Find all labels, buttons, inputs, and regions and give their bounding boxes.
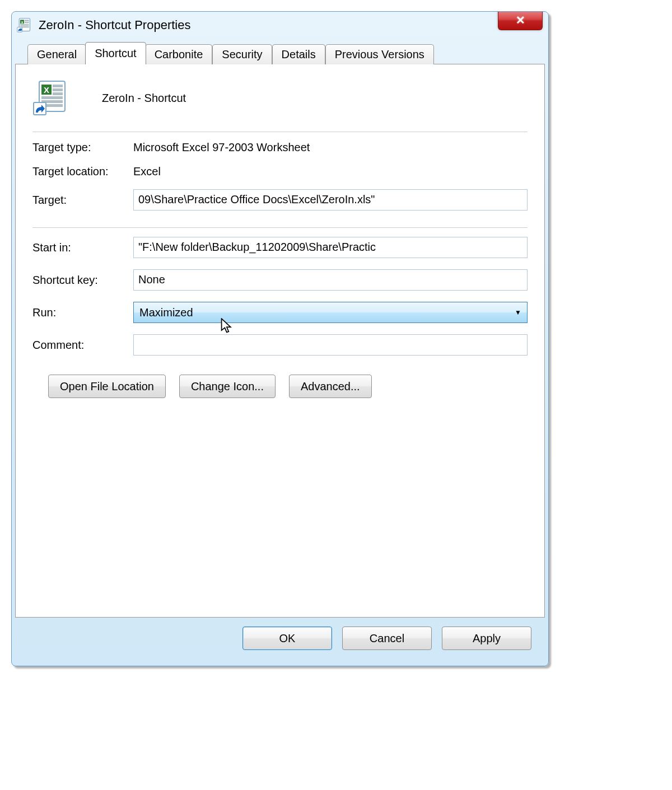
tab-strip: General Shortcut Carbonite Security Deta… <box>15 44 545 64</box>
row-target-type: Target type: Microsoft Excel 97-2003 Wor… <box>32 141 528 154</box>
run-label: Run: <box>32 306 133 319</box>
svg-rect-4 <box>25 22 29 24</box>
row-run: Run: Maximized ▼ <box>32 302 528 323</box>
window-title: ZeroIn - Shortcut Properties <box>39 18 544 32</box>
excel-shortcut-icon: X <box>16 17 32 33</box>
advanced-button[interactable]: Advanced... <box>289 375 372 398</box>
tab-previous-versions[interactable]: Previous Versions <box>325 44 434 64</box>
row-comment: Comment: <box>32 334 528 356</box>
svg-rect-3 <box>25 20 29 21</box>
chevron-down-icon: ▼ <box>515 308 521 316</box>
comment-label: Comment: <box>32 339 133 352</box>
row-target-location: Target location: Excel <box>32 165 528 178</box>
open-file-location-button[interactable]: Open File Location <box>48 375 166 398</box>
svg-rect-11 <box>53 85 63 87</box>
tab-security[interactable]: Security <box>212 44 272 64</box>
close-icon: ✕ <box>516 13 525 27</box>
target-location-value: Excel <box>133 165 161 178</box>
target-location-label: Target location: <box>32 165 133 178</box>
cancel-button[interactable]: Cancel <box>342 627 432 650</box>
run-dropdown[interactable]: Maximized ▼ <box>133 302 528 323</box>
shortcut-key-input[interactable]: None <box>133 269 528 291</box>
target-type-label: Target type: <box>32 141 133 154</box>
target-input[interactable]: 09\Share\Practice Office Docs\Excel\Zero… <box>133 189 528 211</box>
tab-general[interactable]: General <box>27 44 86 64</box>
excel-shortcut-large-icon: X <box>32 80 68 116</box>
svg-rect-12 <box>53 88 63 91</box>
close-button[interactable]: ✕ <box>498 11 543 30</box>
start-in-input[interactable]: "F:\New folder\Backup_11202009\Share\Pra… <box>133 237 528 258</box>
target-type-value: Microsoft Excel 97-2003 Worksheet <box>133 141 310 154</box>
titlebar[interactable]: X ZeroIn - Shortcut Properties ✕ <box>12 12 548 39</box>
svg-rect-13 <box>53 92 63 95</box>
dialog-footer: OK Cancel Apply <box>15 618 545 662</box>
shortcut-tab-panel: X ZeroIn - Shortcut Target type: <box>15 64 545 618</box>
comment-input[interactable] <box>133 334 528 356</box>
tab-details[interactable]: Details <box>272 44 325 64</box>
start-in-label: Start in: <box>32 241 133 254</box>
svg-rect-5 <box>20 24 29 26</box>
row-start-in: Start in: "F:\New folder\Backup_11202009… <box>32 237 528 258</box>
shortcut-key-label: Shortcut key: <box>32 274 133 287</box>
ok-button[interactable]: OK <box>242 627 332 650</box>
separator <box>32 227 528 228</box>
shortcut-name: ZeroIn - Shortcut <box>102 92 186 105</box>
apply-button[interactable]: Apply <box>442 627 531 650</box>
properties-dialog: X ZeroIn - Shortcut Properties ✕ General… <box>11 11 549 666</box>
svg-text:X: X <box>44 85 49 95</box>
svg-rect-14 <box>41 96 63 99</box>
tab-shortcut[interactable]: Shortcut <box>85 42 146 64</box>
separator <box>32 132 528 132</box>
run-selected-value: Maximized <box>139 306 193 319</box>
change-icon-button[interactable]: Change Icon... <box>179 375 276 398</box>
client-area: General Shortcut Carbonite Security Deta… <box>15 44 545 662</box>
tab-carbonite[interactable]: Carbonite <box>145 44 213 64</box>
row-target: Target: 09\Share\Practice Office Docs\Ex… <box>32 189 528 211</box>
action-button-row: Open File Location Change Icon... Advanc… <box>32 375 528 398</box>
row-shortcut-key: Shortcut key: None <box>32 269 528 291</box>
shortcut-header: X ZeroIn - Shortcut <box>32 80 528 116</box>
target-label: Target: <box>32 194 133 207</box>
